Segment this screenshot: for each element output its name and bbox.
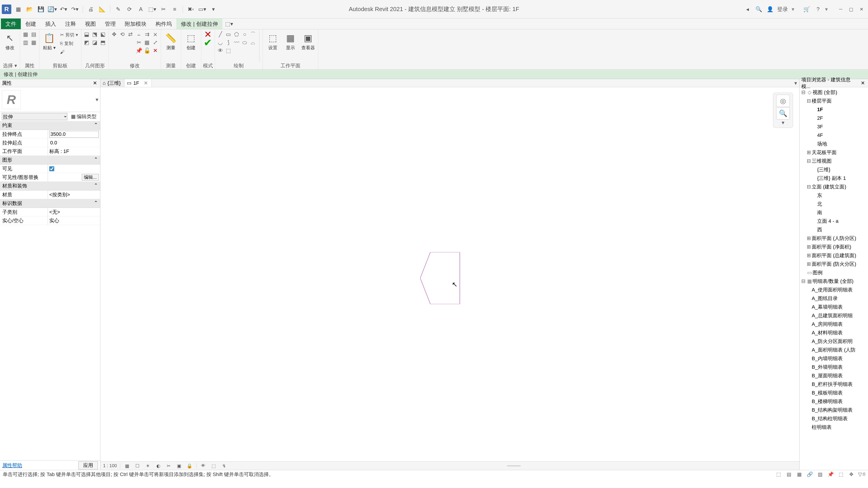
pin-icon[interactable]: 📌 — [135, 47, 143, 54]
design-options-icon[interactable]: ▤ — [785, 471, 793, 478]
tree-elev-s[interactable]: 南 — [800, 208, 868, 217]
create-button[interactable]: ⬚创建 — [183, 31, 199, 52]
close-button[interactable]: ✕ — [857, 6, 866, 13]
join-icon[interactable]: ⬕ — [99, 31, 107, 38]
qat-section-icon[interactable]: ✂ — [159, 5, 168, 13]
tree-floor-3f[interactable]: 3F — [800, 123, 868, 131]
property-help-link[interactable]: 属性帮助 — [2, 462, 22, 469]
props2-icon[interactable]: ▤ — [30, 31, 37, 38]
qat-undo-icon[interactable]: ↶▾ — [59, 5, 68, 13]
tree-root[interactable]: ⊟◇视图 (全部) — [800, 88, 868, 97]
tree-elev-w[interactable]: 西 — [800, 225, 868, 234]
solid-value[interactable]: 实心 — [48, 217, 100, 225]
cat-graphics[interactable]: 图形⌃ — [0, 156, 100, 164]
qat-print-icon[interactable]: 🖨 — [87, 5, 95, 13]
qat-switch-icon[interactable]: ▭▾ — [198, 5, 206, 13]
visible-checkbox[interactable] — [49, 166, 54, 171]
cut-button[interactable]: ✂剪切 ▾ — [59, 31, 79, 39]
menu-overflow[interactable]: ⬚▾ — [222, 19, 236, 29]
tree-elev[interactable]: ⊟立面 (建筑立面) — [800, 183, 868, 191]
menu-insert[interactable]: 插入 — [41, 19, 61, 29]
zoom-button[interactable]: 🔍 — [776, 107, 790, 120]
set-wp-button[interactable]: ⬚设置 — [265, 31, 281, 52]
tree-sched-10[interactable]: B_屋面明细表 — [800, 371, 868, 380]
cope-icon[interactable]: ⬓ — [83, 31, 90, 38]
sketch-pentagon[interactable] — [420, 252, 461, 304]
align-icon[interactable]: ⫠ — [135, 31, 143, 38]
tree-legend[interactable]: ▭图例 — [800, 268, 868, 277]
tree-area1[interactable]: ⊞面积平面 (人防分区) — [800, 234, 868, 242]
detail-level-icon[interactable]: ▦ — [123, 463, 131, 469]
tree-schedules[interactable]: ⊟▦明细表/数量 (全部) — [800, 277, 868, 286]
sun-path-icon[interactable]: ☀ — [144, 463, 151, 469]
reveal-hidden-icon[interactable]: ⬚ — [210, 463, 217, 469]
measure-button[interactable]: 📏测量 — [163, 31, 179, 52]
subcategory-value[interactable]: <无> — [48, 208, 100, 216]
menu-file[interactable]: 文件 — [1, 19, 21, 29]
apply-button[interactable]: 应用 — [79, 461, 98, 469]
qat-thin-icon[interactable]: ≡ — [170, 5, 179, 13]
tree-sched-15[interactable]: B_结构柱明细表 — [800, 414, 868, 423]
polygon-icon[interactable]: ⬠ — [233, 31, 240, 38]
tree-sched-4[interactable]: A_房间明细表 — [800, 320, 868, 328]
drag-icon[interactable]: ✥ — [848, 471, 855, 478]
tree-floor-site[interactable]: 场地 — [800, 140, 868, 148]
tree-area2[interactable]: ⊞面积平面 (净面积) — [800, 242, 868, 251]
arc-center-icon[interactable]: ◡ — [217, 39, 224, 46]
select-underlay-icon[interactable]: ▨ — [816, 471, 824, 478]
tree-sched-5[interactable]: A_材料明细表 — [800, 328, 868, 337]
scale-icon[interactable]: ⤢ — [152, 39, 159, 46]
qat-dd-icon[interactable]: ▾ — [209, 5, 218, 13]
tree-sched-3[interactable]: A_总建筑面积明细 — [800, 311, 868, 320]
start-input[interactable] — [49, 139, 99, 146]
tree-sched-11[interactable]: B_栏杆扶手明细表 — [800, 380, 868, 389]
type-dropdown[interactable]: 拉伸 — [2, 113, 67, 120]
end-input[interactable] — [49, 131, 99, 138]
hide-isolate-icon[interactable]: 👁 — [199, 463, 207, 469]
spline-icon[interactable]: 〰 — [233, 39, 240, 46]
qat-tag-icon[interactable]: ✎ — [114, 5, 123, 13]
tab-1f[interactable]: ▭1F✕ — [125, 79, 152, 87]
array-icon[interactable]: ▦ — [144, 39, 151, 46]
arrow-left-icon[interactable]: ◂ — [743, 5, 752, 13]
login-text[interactable]: 登录 — [777, 6, 788, 13]
offset-icon[interactable]: ⇉ — [144, 31, 151, 38]
select-face-icon[interactable]: ⬚ — [837, 471, 844, 478]
geom2-icon[interactable]: ◪ — [91, 39, 98, 46]
tree-sched-6[interactable]: A_防火分区面积明 — [800, 337, 868, 346]
worksharing-icon[interactable]: ↯ — [220, 463, 228, 469]
qat-home-icon[interactable]: ▦ — [14, 5, 23, 13]
cut-geom-icon[interactable]: ⬔ — [91, 31, 98, 38]
main-model-icon[interactable]: ▦ — [796, 471, 803, 478]
tree-area3[interactable]: ⊞面积平面 (总建筑面) — [800, 251, 868, 260]
props3-icon[interactable]: ▥ — [22, 39, 29, 46]
tree-3d-1[interactable]: {三维} — [800, 165, 868, 174]
props4-icon[interactable]: ▦ — [30, 39, 37, 46]
partial-ellipse-icon[interactable]: ⌓ — [249, 39, 256, 46]
help-icon[interactable]: ? — [814, 5, 822, 13]
cat-constraints[interactable]: 约束⌃ — [0, 121, 100, 130]
pick-face-icon[interactable]: ⬚ — [225, 47, 232, 54]
worksets-icon[interactable]: ⬚ — [775, 471, 782, 478]
tree-3dviews[interactable]: ⊟三维视图 — [800, 157, 868, 165]
tree-sched-9[interactable]: B_外墙明细表 — [800, 363, 868, 371]
qat-close-icon[interactable]: ✖▫ — [186, 5, 195, 13]
tree-ceiling[interactable]: ⊞天花板平面 — [800, 148, 868, 157]
props-icon[interactable]: ▦ — [22, 31, 29, 38]
edit-type-button[interactable]: ▦编辑类型 — [69, 113, 98, 121]
select-pinned-icon[interactable]: 📌 — [827, 471, 834, 478]
scale-display[interactable]: 1 : 100 — [103, 463, 117, 468]
nav-dd-icon[interactable]: ▾ — [782, 120, 784, 126]
qat-sync-icon[interactable]: 🔄▾ — [48, 5, 57, 13]
tree-sched-2[interactable]: A_幕墙明细表 — [800, 303, 868, 311]
qat-save-icon[interactable]: 💾 — [37, 5, 45, 13]
full-nav-wheel-button[interactable]: ◎ — [776, 95, 790, 107]
menu-modify[interactable]: 修改 | 创建拉伸 — [176, 19, 222, 29]
menu-annotate[interactable]: 注释 — [61, 19, 81, 29]
tree-elev-n[interactable]: 北 — [800, 200, 868, 208]
shadows-icon[interactable]: ◐ — [155, 463, 162, 469]
match-button[interactable]: 🖌 — [59, 48, 79, 56]
crop-visible-icon[interactable]: ▣ — [176, 463, 183, 469]
qat-dim-icon[interactable]: ⟳ — [125, 5, 134, 13]
tab-overflow[interactable]: ▾ — [792, 79, 799, 87]
